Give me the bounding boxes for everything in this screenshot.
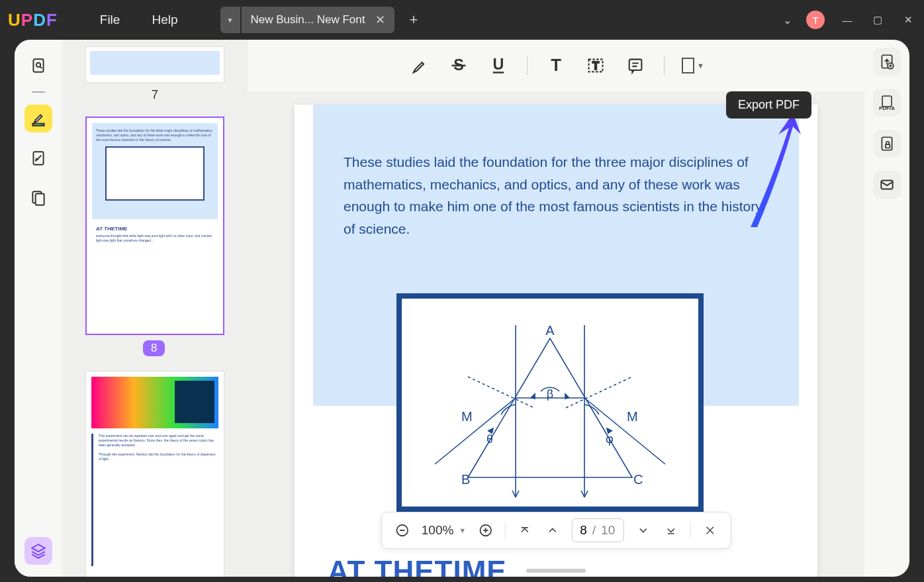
export-pdf-tooltip: Export PDF: [726, 91, 811, 119]
app-frame: 7 These studies laid the foundation for …: [15, 40, 909, 577]
thumbnail-page-9[interactable]: This experiment can be repeated over and…: [85, 371, 224, 577]
last-page-button[interactable]: [662, 522, 679, 539]
close-tab-icon[interactable]: ✕: [375, 13, 385, 27]
svg-rect-5: [36, 194, 44, 205]
thumbnail-page-7[interactable]: [85, 46, 224, 83]
svg-text:M: M: [627, 409, 638, 424]
highlighter-tool[interactable]: [408, 54, 430, 77]
svg-text:B: B: [461, 472, 470, 487]
user-avatar[interactable]: T: [806, 11, 825, 29]
svg-rect-13: [629, 60, 642, 70]
close-button[interactable]: ✕: [900, 14, 916, 26]
tab-area: ▼ New Busin... New Font ✕ +: [220, 7, 418, 33]
account-dropdown[interactable]: ⌄: [783, 14, 792, 26]
layers-button[interactable]: [24, 537, 52, 565]
thumbnail-number: 7: [82, 88, 228, 102]
tab-title: New Busin... New Font: [251, 13, 365, 26]
pdf-page: These studies laid the foundation for th…: [295, 105, 817, 577]
pdfa-button[interactable]: PDF/A: [873, 89, 901, 117]
left-rail: [15, 40, 62, 577]
protect-button[interactable]: [873, 130, 901, 158]
resize-handle[interactable]: [526, 569, 586, 573]
export-pdf-button[interactable]: [873, 48, 901, 75]
zoom-display[interactable]: 100%▼: [422, 523, 467, 538]
svg-text:U: U: [493, 56, 504, 73]
document-tab[interactable]: New Busin... New Font ✕: [242, 7, 395, 33]
prev-page-button[interactable]: [543, 522, 561, 539]
svg-rect-2: [32, 124, 44, 126]
thumbnail-number-badge: 8: [143, 340, 165, 356]
text-tool[interactable]: T: [545, 54, 567, 77]
svg-text:φ: φ: [606, 432, 614, 446]
svg-line-19: [584, 398, 665, 464]
strikethrough-tool[interactable]: S: [447, 54, 470, 77]
svg-text:θ: θ: [486, 432, 493, 446]
toolbar-separator: [664, 56, 665, 75]
underline-tool[interactable]: U: [487, 54, 510, 77]
window-controls: ⌄ T — ▢ ✕: [783, 11, 916, 29]
menu-help[interactable]: Help: [136, 13, 193, 27]
reader-mode-button[interactable]: [24, 52, 52, 79]
bar-separator: [690, 522, 690, 538]
thumbnail-page-8[interactable]: These studies laid the foundation for th…: [85, 117, 224, 335]
square-icon: [682, 58, 694, 73]
svg-rect-0: [33, 59, 43, 72]
bar-separator: [504, 522, 505, 538]
paragraph-text: These studies laid the foundation for th…: [344, 151, 768, 240]
page-number-input[interactable]: 8 / 10: [571, 518, 624, 542]
svg-text:M: M: [461, 409, 473, 424]
shape-tool[interactable]: ▼: [682, 54, 704, 77]
toolbar-separator: [527, 56, 528, 75]
thumbnail-panel[interactable]: 7 These studies laid the foundation for …: [62, 40, 248, 577]
annotation-toolbar: S U T T ▼: [248, 40, 864, 91]
add-tab-button[interactable]: +: [409, 11, 418, 28]
svg-rect-43: [886, 144, 890, 148]
pages-mode-button[interactable]: [24, 184, 52, 212]
tab-dropdown[interactable]: ▼: [220, 7, 240, 33]
app-logo: UPDF: [8, 10, 58, 30]
titlebar: UPDF File Help ▼ New Busin... New Font ✕…: [0, 0, 924, 40]
document-viewport[interactable]: These studies laid the foundation for th…: [248, 91, 864, 577]
svg-text:A: A: [545, 323, 555, 338]
svg-text:T: T: [551, 56, 561, 74]
textbox-tool[interactable]: T: [584, 54, 607, 77]
menu-file[interactable]: File: [84, 13, 136, 27]
svg-text:C: C: [633, 472, 643, 487]
maximize-button[interactable]: ▢: [870, 14, 886, 26]
edit-mode-button[interactable]: [24, 144, 52, 172]
page-heading: AT THETIME: [328, 555, 507, 577]
svg-line-18: [435, 398, 516, 464]
next-page-button[interactable]: [634, 522, 651, 539]
zoom-out-button[interactable]: [394, 522, 411, 539]
zoom-in-button[interactable]: [477, 522, 494, 539]
page-control-bar: 100%▼ 8 / 10: [381, 512, 731, 549]
first-page-button[interactable]: [516, 522, 533, 539]
highlight-mode-button[interactable]: [24, 105, 52, 132]
rail-divider: [32, 91, 45, 93]
svg-text:T: T: [592, 60, 599, 72]
prism-diagram: A B C M M β θ φ: [396, 293, 704, 512]
main-area: S U T T ▼ These studies laid the foundat…: [248, 40, 864, 577]
share-button[interactable]: [873, 171, 901, 199]
note-tool[interactable]: [624, 54, 647, 77]
close-bar-button[interactable]: [701, 522, 718, 539]
right-rail: PDF/A: [864, 40, 909, 577]
minimize-button[interactable]: —: [839, 15, 855, 26]
svg-text:β: β: [547, 387, 553, 401]
